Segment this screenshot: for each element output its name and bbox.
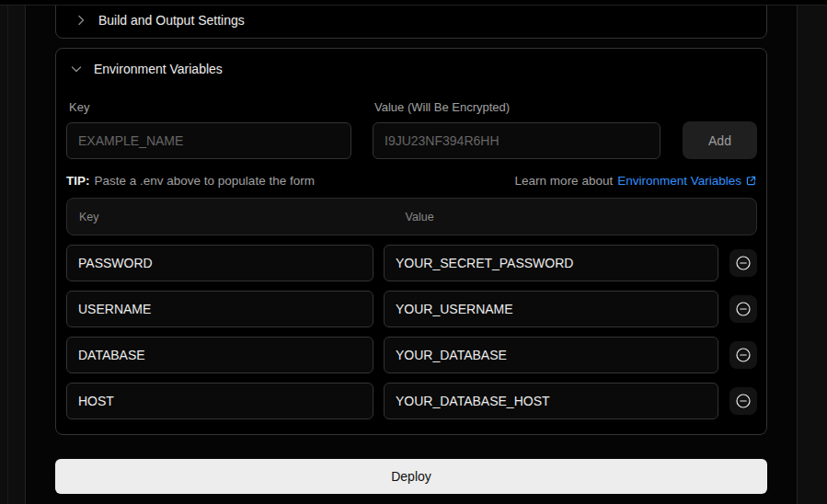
value-input[interactable] — [373, 122, 660, 159]
environment-variables-header[interactable]: Environment Variables — [69, 62, 223, 76]
env-table-header-value: Value — [406, 211, 434, 223]
env-row-value-input[interactable] — [384, 337, 718, 373]
env-row-key-input[interactable] — [66, 383, 373, 419]
env-var-row — [66, 245, 757, 281]
environment-variables-link-text: Environment Variables — [617, 174, 741, 188]
learn-more-label: Learn more about — [515, 174, 614, 188]
build-output-settings-section[interactable]: Build and Output Settings — [55, 0, 767, 39]
env-row-key-input[interactable] — [66, 291, 373, 327]
env-rows — [66, 245, 757, 419]
environment-variables-section: Environment Variables Key Value (Will Be… — [55, 48, 767, 435]
env-row-value-input[interactable] — [384, 245, 718, 281]
env-var-row — [66, 291, 757, 327]
circle-minus-icon — [735, 347, 752, 363]
circle-minus-icon — [735, 393, 752, 409]
env-table-header-key: Key — [79, 211, 99, 223]
environment-variables-link[interactable]: Environment Variables — [617, 174, 757, 188]
tip-body: Paste a .env above to populate the form — [95, 174, 315, 188]
env-row-key-input[interactable] — [66, 245, 373, 281]
remove-variable-button[interactable] — [729, 249, 757, 277]
circle-minus-icon — [735, 255, 752, 271]
circle-minus-icon — [735, 301, 752, 317]
chevron-down-icon — [69, 62, 84, 76]
env-table-header: Key Value — [66, 198, 757, 235]
environment-variables-title: Environment Variables — [94, 62, 223, 76]
top-header-edge — [0, 0, 827, 6]
external-link-icon — [745, 175, 757, 187]
chevron-right-icon — [74, 13, 88, 28]
env-row-value-input[interactable] — [384, 291, 718, 327]
left-guide-line — [7, 6, 8, 504]
env-row-value-input[interactable] — [384, 383, 718, 419]
remove-variable-button[interactable] — [729, 295, 757, 323]
value-field-label: Value (Will Be Encrypted) — [374, 100, 510, 114]
key-field-label: Key — [69, 100, 89, 114]
remove-variable-button[interactable] — [729, 341, 757, 369]
key-input[interactable] — [66, 122, 351, 159]
tip-prefix: TIP: — [66, 174, 90, 188]
tip-text: TIP:Paste a .env above to populate the f… — [66, 174, 315, 188]
remove-variable-button[interactable] — [729, 387, 757, 415]
env-var-row — [66, 383, 757, 419]
env-var-row — [66, 337, 757, 373]
env-row-key-input[interactable] — [66, 337, 373, 373]
build-output-settings-title: Build and Output Settings — [98, 13, 245, 28]
deploy-button[interactable]: Deploy — [55, 459, 767, 494]
add-button[interactable]: Add — [683, 121, 757, 159]
